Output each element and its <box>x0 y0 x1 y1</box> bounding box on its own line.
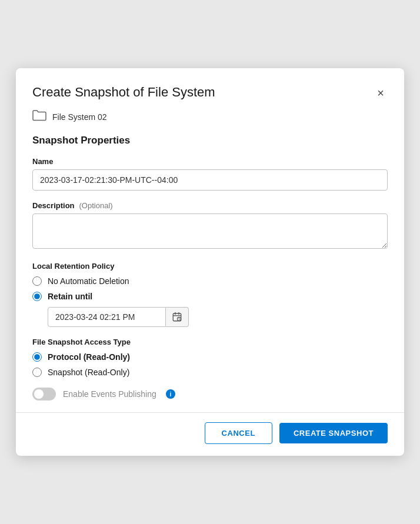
snapshot-radio-row: Snapshot (Read-Only) <box>32 368 388 377</box>
calendar-button[interactable] <box>166 307 189 327</box>
dialog-body: File System 02 Snapshot Properties Name … <box>16 109 404 412</box>
events-publishing-row: Enable Events Publishing i <box>32 388 388 400</box>
retain-until-radio[interactable] <box>32 292 42 301</box>
cancel-button[interactable]: CANCEL <box>205 422 272 444</box>
access-type-section: File Snapshot Access Type Protocol (Read… <box>32 338 388 377</box>
snapshot-properties-title: Snapshot Properties <box>32 135 388 146</box>
dialog-title: Create Snapshot of File System <box>32 85 215 100</box>
events-publishing-label: Enable Events Publishing <box>63 389 156 399</box>
no-deletion-label[interactable]: No Automatic Deletion <box>48 276 129 286</box>
create-snapshot-button[interactable]: CREATE SNAPSHOT <box>279 423 388 443</box>
description-field-group: Description (Optional) <box>32 201 388 251</box>
events-publishing-toggle[interactable] <box>32 388 56 400</box>
filesystem-name: File System 02 <box>52 112 107 122</box>
folder-icon <box>32 109 46 124</box>
close-button[interactable]: × <box>374 86 388 100</box>
toggle-slider <box>32 388 56 400</box>
optional-label: (Optional) <box>79 201 113 210</box>
dialog-footer: CANCEL CREATE SNAPSHOT <box>16 412 404 456</box>
retain-until-label[interactable]: Retain until <box>48 292 92 301</box>
protocol-label[interactable]: Protocol (Read-Only) <box>48 352 130 362</box>
retention-policy-title: Local Retention Policy <box>32 262 388 271</box>
datetime-row <box>48 307 388 327</box>
dialog-overlay: Create Snapshot of File System × File Sy… <box>0 0 420 524</box>
snapshot-label[interactable]: Snapshot (Read-Only) <box>48 368 129 377</box>
filesystem-row: File System 02 <box>32 109 388 124</box>
datetime-input[interactable] <box>48 307 166 327</box>
protocol-radio-row: Protocol (Read-Only) <box>32 352 388 362</box>
retention-policy-section: Local Retention Policy No Automatic Dele… <box>32 262 388 327</box>
name-input[interactable] <box>32 169 388 191</box>
access-type-title: File Snapshot Access Type <box>32 338 388 346</box>
description-label: Description (Optional) <box>32 201 388 210</box>
no-deletion-radio-row: No Automatic Deletion <box>32 276 388 286</box>
protocol-radio[interactable] <box>32 352 42 362</box>
create-snapshot-dialog: Create Snapshot of File System × File Sy… <box>16 68 404 456</box>
dialog-header: Create Snapshot of File System × <box>16 68 404 109</box>
calendar-clock-icon <box>172 312 182 322</box>
info-icon[interactable]: i <box>166 389 175 399</box>
retain-until-radio-row: Retain until <box>32 292 388 301</box>
snapshot-radio[interactable] <box>32 368 42 377</box>
description-input[interactable] <box>32 213 388 249</box>
no-deletion-radio[interactable] <box>32 276 42 286</box>
name-label: Name <box>32 157 388 166</box>
name-field-group: Name <box>32 157 388 191</box>
